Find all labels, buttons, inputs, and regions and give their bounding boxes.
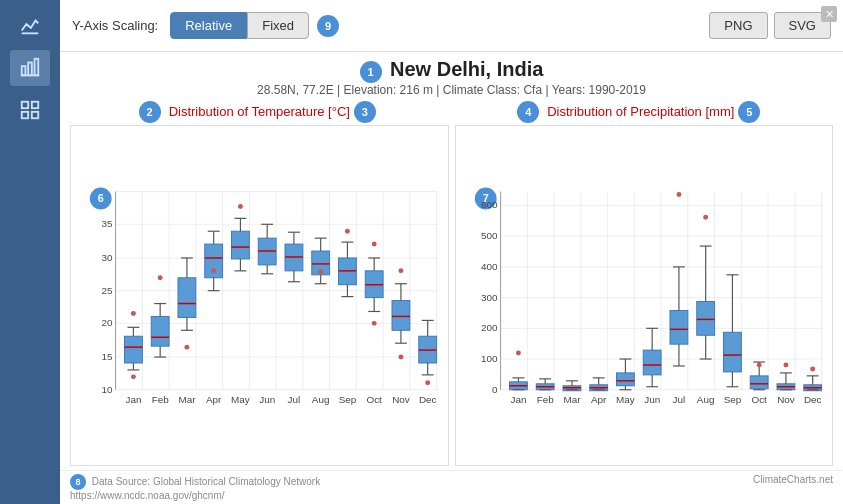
fixed-button[interactable]: Fixed	[247, 12, 309, 39]
svg-rect-220	[750, 376, 768, 389]
sub-titles-row: 2 Distribution of Temperature [°C] 3 4 D…	[70, 101, 833, 123]
svg-rect-207	[696, 301, 714, 335]
svg-text:Oct: Oct	[366, 393, 382, 404]
svg-point-169	[515, 350, 520, 355]
brand-label: ClimateCharts.net	[753, 474, 833, 501]
svg-rect-214	[723, 332, 741, 372]
svg-text:500: 500	[481, 230, 498, 241]
precipitation-label: Distribution of Precipitation [mm]	[547, 104, 734, 119]
badge-2: 2	[139, 101, 161, 123]
svg-text:Sep: Sep	[339, 393, 357, 404]
svg-rect-200	[670, 310, 688, 344]
svg-text:Mar: Mar	[178, 393, 196, 404]
footer-source: 8 Data Source: Global Historical Climato…	[70, 474, 320, 501]
source-url[interactable]: https://www.ncdc.noaa.gov/ghcnm/	[70, 490, 225, 501]
svg-text:6: 6	[98, 192, 104, 204]
svg-text:Oct: Oct	[751, 393, 767, 404]
svg-point-43	[131, 311, 136, 316]
precipitation-title: 4 Distribution of Precipitation [mm] 5	[517, 101, 764, 123]
chart-header: 1 New Delhi, India 28.58N, 77.2E | Eleva…	[70, 58, 833, 99]
svg-text:200: 200	[481, 322, 498, 333]
svg-point-91	[318, 269, 323, 274]
scaling-btn-group: Relative Fixed	[170, 12, 309, 39]
footer: 8 Data Source: Global Historical Climato…	[60, 470, 843, 504]
svg-text:15: 15	[102, 351, 114, 362]
svg-rect-52	[178, 278, 196, 318]
precipitation-chart: 7	[455, 125, 834, 466]
sidebar	[0, 0, 60, 504]
svg-text:Aug: Aug	[696, 393, 714, 404]
svg-text:Jun: Jun	[259, 393, 275, 404]
sidebar-icon-grid[interactable]	[10, 92, 50, 128]
svg-rect-6	[32, 102, 38, 108]
svg-text:400: 400	[481, 261, 498, 272]
svg-point-51	[158, 275, 163, 280]
svg-point-206	[676, 192, 681, 197]
svg-text:Jan: Jan	[510, 393, 526, 404]
svg-text:Dec: Dec	[803, 393, 821, 404]
badge-1: 1	[360, 61, 382, 83]
svg-point-233	[783, 362, 788, 367]
relative-button[interactable]: Relative	[170, 12, 247, 39]
svg-text:Sep: Sep	[723, 393, 741, 404]
svg-rect-2	[28, 63, 32, 76]
png-button[interactable]: PNG	[709, 12, 767, 39]
svg-rect-37	[125, 336, 143, 363]
svg-point-240	[810, 366, 815, 371]
svg-text:Aug: Aug	[312, 393, 330, 404]
svg-text:May: May	[231, 393, 250, 404]
svg-text:Nov: Nov	[392, 393, 410, 404]
source-label: Data Source: Global Historical Climatolo…	[92, 476, 320, 487]
svg-point-98	[345, 229, 350, 234]
svg-point-58	[184, 344, 189, 349]
temperature-chart: 6	[70, 125, 449, 466]
svg-text:Feb: Feb	[536, 393, 554, 404]
svg-text:30: 30	[102, 252, 114, 263]
svg-text:Jun: Jun	[644, 393, 660, 404]
svg-point-114	[398, 354, 403, 359]
svg-text:Jul: Jul	[672, 393, 685, 404]
svg-point-121	[425, 380, 430, 385]
svg-text:Apr: Apr	[206, 393, 222, 404]
close-button[interactable]: ✕	[821, 6, 837, 22]
y-axis-scaling-label: Y-Axis Scaling:	[72, 18, 158, 33]
content-area: ✕ Y-Axis Scaling: Relative Fixed 9 PNG S…	[60, 0, 843, 504]
sidebar-icon-linechart[interactable]	[10, 8, 50, 44]
chart-main-title: 1 New Delhi, India	[70, 58, 833, 83]
svg-text:Jan: Jan	[125, 393, 141, 404]
svg-text:35: 35	[102, 218, 114, 229]
svg-rect-194	[643, 350, 661, 375]
charts-row: 6	[70, 125, 833, 466]
svg-point-213	[703, 215, 708, 220]
svg-point-106	[372, 241, 377, 246]
badge-3: 3	[354, 101, 376, 123]
svg-text:0: 0	[492, 383, 498, 394]
svg-text:600: 600	[481, 199, 498, 210]
city-title: New Delhi, India	[390, 58, 543, 80]
svg-rect-7	[22, 112, 28, 118]
svg-point-44	[131, 374, 136, 379]
svg-text:Jul: Jul	[288, 393, 301, 404]
temperature-label: Distribution of Temperature [°C]	[169, 104, 350, 119]
svg-rect-45	[151, 316, 169, 346]
chart-subtitle: 28.58N, 77.2E | Elevation: 216 m | Clima…	[70, 83, 833, 97]
svg-text:10: 10	[102, 383, 114, 394]
svg-rect-188	[616, 373, 634, 386]
badge-9: 9	[317, 15, 339, 37]
svg-point-105	[372, 321, 377, 326]
svg-rect-107	[392, 300, 410, 330]
svg-point-226	[756, 362, 761, 367]
svg-text:Nov: Nov	[777, 393, 795, 404]
svg-point-65	[211, 268, 216, 273]
svg-rect-5	[22, 102, 28, 108]
chart-section: 1 New Delhi, India 28.58N, 77.2E | Eleva…	[60, 52, 843, 470]
sidebar-icon-barchart[interactable]	[10, 50, 50, 86]
svg-text:Feb: Feb	[152, 393, 170, 404]
svg-rect-8	[32, 112, 38, 118]
svg-text:Dec: Dec	[419, 393, 437, 404]
badge-5: 5	[738, 101, 760, 123]
svg-text:100: 100	[481, 353, 498, 364]
svg-rect-1	[22, 66, 26, 75]
svg-text:Apr: Apr	[590, 393, 606, 404]
badge-8: 8	[70, 474, 86, 490]
